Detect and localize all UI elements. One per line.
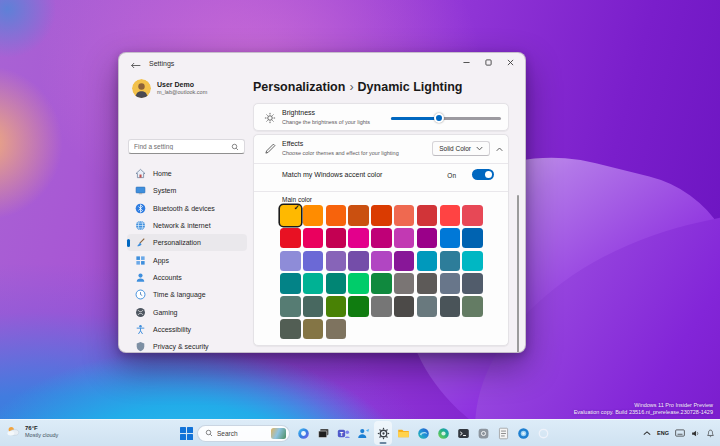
touch-keyboard-icon[interactable] [675,429,685,437]
start-button[interactable] [180,427,193,440]
color-swatch-default-blue[interactable] [440,228,461,249]
sidebar-item-home[interactable]: Home [127,165,247,182]
color-swatch-iris-pastel[interactable] [326,251,347,272]
color-swatch-turf-green[interactable] [348,273,369,294]
color-swatch-purple-shadow[interactable] [280,251,301,272]
taskbar-terminal-icon[interactable] [454,421,472,445]
sidebar-item-gaming[interactable]: Gaming [127,303,247,320]
color-swatch-gray[interactable] [394,273,415,294]
color-swatch-sage[interactable] [280,319,301,340]
color-swatch-brick-red[interactable] [417,205,438,226]
accessibility-icon [135,324,146,335]
taskbar-settings-icon[interactable] [374,421,392,445]
color-swatch-storm[interactable] [394,296,415,317]
color-swatch-rose[interactable] [326,228,347,249]
sidebar-item-bluetooth-devices[interactable]: Bluetooth & devices [127,200,247,217]
color-swatch-orchid[interactable] [417,228,438,249]
bing-daily-image[interactable] [271,428,286,439]
effects-dropdown[interactable]: Solid Color [432,141,490,156]
color-swatch-blue-gray[interactable] [417,296,438,317]
color-swatch-orange-bright[interactable] [326,205,347,226]
color-swatch-meadow-green[interactable] [326,296,347,317]
color-swatch-rose-bright[interactable] [303,228,324,249]
taskbar-powertoys-icon[interactable] [534,421,552,445]
minimize-button[interactable] [455,55,477,70]
sidebar-item-personalization[interactable]: Personalization [127,234,247,251]
color-swatch-gold[interactable] [303,205,324,226]
color-swatch-liddy-green[interactable] [462,296,483,317]
effects-collapse-button[interactable] [494,144,505,155]
color-swatch-mod-red[interactable] [440,205,461,226]
taskbar-edge-dev-icon[interactable] [434,421,452,445]
color-swatch-pale-moss[interactable] [280,296,301,317]
color-swatch-violet-red[interactable] [394,251,415,272]
color-swatch-rust[interactable] [371,205,392,226]
maximize-button[interactable] [477,55,499,70]
scrollbar[interactable] [517,195,519,353]
settings-search[interactable] [128,139,245,154]
brightness-slider[interactable] [391,117,501,120]
volume-icon[interactable] [691,429,700,438]
language-indicator[interactable]: ENG [657,430,669,436]
settings-search-input[interactable] [129,143,231,150]
color-swatch-sport-green[interactable] [371,273,392,294]
color-swatch-orange-dark[interactable] [348,205,369,226]
sidebar-item-apps[interactable]: Apps [127,251,247,268]
color-swatch-steel-blue[interactable] [440,273,461,294]
color-swatch-red[interactable] [280,228,301,249]
color-swatch-mint-light[interactable] [303,273,324,294]
color-swatch-violet-red-light[interactable] [371,251,392,272]
color-swatch-plum[interactable] [371,228,392,249]
taskbar: 76°F Mostly cloudy Search T ENG [0,419,720,446]
titlebar[interactable]: Settings [119,53,525,77]
color-swatch-cool-blue[interactable] [440,251,461,272]
notification-bell-icon[interactable] [706,429,715,438]
settings-window: Settings User Demo m_la [118,52,526,353]
back-button[interactable] [129,58,143,72]
user-profile[interactable]: User Demo m_lab@outlook.com [132,79,207,98]
taskbar-search[interactable]: Search [197,425,290,442]
breadcrumb-parent[interactable]: Personalization [253,80,345,94]
color-swatch-orchid-light[interactable] [394,228,415,249]
color-swatch-seafoam-teal[interactable] [280,273,301,294]
taskbar-people-icon[interactable] [354,421,372,445]
color-swatch-yellow-gold[interactable]: ✓ [280,205,301,226]
sidebar-item-network-internet[interactable]: Network & internet [127,217,247,234]
match-accent-toggle[interactable] [472,169,494,180]
color-swatch-pale-rust[interactable] [394,205,415,226]
color-swatch-mint-dark[interactable] [326,273,347,294]
color-swatch-moss[interactable] [303,296,324,317]
sidebar-item-accounts[interactable]: Accounts [127,269,247,286]
color-swatch-camouflage-desert[interactable] [303,319,324,340]
sidebar-item-accessibility[interactable]: Accessibility [127,321,247,338]
close-button[interactable] [499,55,521,70]
sidebar-item-system[interactable]: System [127,182,247,199]
color-swatch-green[interactable] [348,296,369,317]
sidebar-item-privacy-security[interactable]: Privacy & security [127,338,247,353]
taskbar-photos-icon[interactable] [514,421,532,445]
taskbar-notepad-icon[interactable] [494,421,512,445]
color-swatch-navy-blue[interactable] [462,228,483,249]
brightness-slider-thumb[interactable] [434,113,444,123]
sidebar-item-time-language[interactable]: Time & language [127,286,247,303]
taskbar-copilot-icon[interactable] [294,421,312,445]
color-swatch-iris-spring[interactable] [348,251,369,272]
tray-chevron-up-icon[interactable] [643,431,651,436]
taskbar-edge-icon[interactable] [414,421,432,445]
color-swatch-gray-brown[interactable] [417,273,438,294]
color-swatch-metal-blue[interactable] [462,273,483,294]
taskbar-file-explorer-icon[interactable] [394,421,412,445]
taskbar-task-view-icon[interactable] [314,421,332,445]
color-swatch-pale-red[interactable] [462,205,483,226]
color-swatch-plum-light[interactable] [348,228,369,249]
color-swatch-gray-dark[interactable] [440,296,461,317]
color-swatch-overcast[interactable] [371,296,392,317]
taskbar-snipping-tool-icon[interactable] [474,421,492,445]
taskbar-teams-icon[interactable]: T [334,421,352,445]
weather-widget[interactable]: 76°F Mostly cloudy [6,424,58,439]
color-swatch-cool-blue-bright[interactable] [417,251,438,272]
color-swatch-purple-shadow-dark[interactable] [303,251,324,272]
color-swatch-seafoam[interactable] [462,251,483,272]
color-swatch-camouflage[interactable] [326,319,347,340]
brightness-icon [264,112,276,124]
